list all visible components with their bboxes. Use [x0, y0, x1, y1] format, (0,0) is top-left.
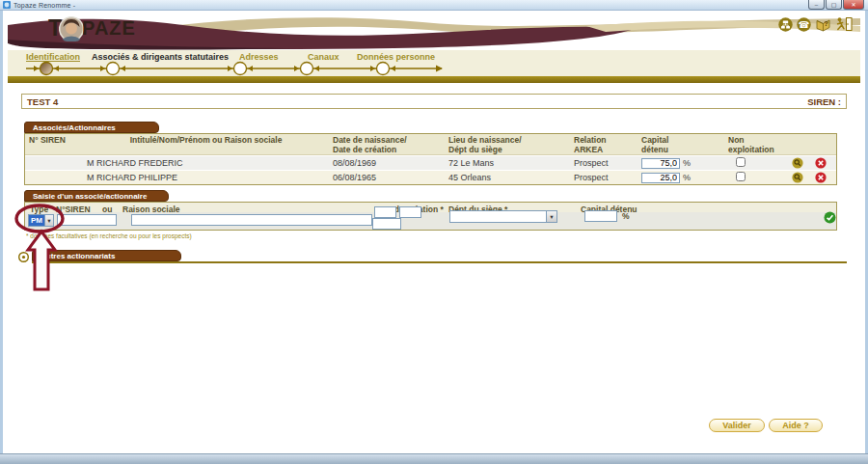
page-title: TEST 4	[27, 96, 58, 107]
cell-date: 08/08/1969	[329, 158, 445, 168]
percent-label: %	[683, 173, 691, 182]
cell-name: M RICHARD FREDERIC	[83, 158, 329, 168]
company-label: Raison sociale	[122, 205, 180, 214]
maximize-button[interactable]: ▢	[826, 0, 842, 10]
section-associes-actionnaires: Associés/Actionnaires	[24, 122, 159, 133]
non-exploitation-checkbox[interactable]	[736, 172, 746, 181]
cell-place: 72 Le Mans	[445, 158, 570, 168]
col-birthplace: Lieu de naissance/ Dépt du siège	[445, 136, 570, 154]
cell-date: 06/08/1965	[329, 173, 445, 182]
siren-input[interactable]	[57, 214, 117, 226]
minimize-button[interactable]: ‒	[808, 0, 825, 10]
cell-relation: Prospect	[570, 158, 637, 168]
entry-capital-input[interactable]	[584, 210, 617, 222]
date-day-input[interactable]	[374, 206, 396, 218]
section-title: Autres actionnariats	[41, 252, 115, 260]
delete-icon[interactable]	[815, 157, 827, 169]
cell-name: M RICHARD PHILIPPE	[83, 173, 329, 182]
col-birthdate: Date de naissance/ Date de création	[329, 136, 445, 154]
expand-toggle-icon[interactable]	[18, 252, 29, 262]
step-circle-associes	[107, 63, 120, 75]
divider-bar	[8, 76, 860, 83]
type-select-value: PM	[29, 215, 44, 226]
step-circle-adresses	[234, 63, 247, 75]
window-icon	[3, 1, 11, 9]
confirm-icon[interactable]	[824, 211, 836, 224]
step-progress-track	[8, 50, 860, 76]
step-circle-canaux	[301, 63, 313, 75]
type-select[interactable]: PM ▼	[28, 214, 54, 227]
table-header-row: N° SIREN Intitulé/Nom/Prénom ou Raison s…	[25, 134, 836, 155]
record-bar: TEST 4 SIREN :	[21, 94, 847, 109]
percent-label: %	[683, 158, 691, 168]
window-statusbar	[0, 453, 868, 464]
entry-form: Type N°SIREN ou Raison sociale Date de c…	[24, 202, 837, 231]
svg-text:☎: ☎	[799, 18, 810, 29]
contacts-icon[interactable]	[778, 17, 793, 32]
siren-label: N°SIREN	[56, 205, 91, 214]
cell-place: 45 Orleans	[445, 173, 570, 182]
magnifier-icon[interactable]	[792, 157, 803, 169]
phone-icon[interactable]: ☎	[797, 17, 811, 32]
section-saisie-associe: Saisie d'un associé/actionnaire	[24, 190, 169, 202]
date-month-input[interactable]	[399, 206, 421, 218]
magnifier-icon[interactable]	[792, 172, 803, 183]
col-relation: Relation ARKEA	[570, 136, 637, 154]
window-titlebar: Topaze Renomme -	[0, 0, 868, 11]
chevron-down-icon: ▼	[44, 215, 53, 226]
type-label: Type	[30, 205, 48, 214]
app-banner: T PAZE ☎ ?	[8, 14, 860, 50]
help-book-icon[interactable]: ?	[815, 17, 831, 32]
topaze-logo: T PAZE	[48, 15, 136, 41]
step-navigation: Identification Associés & dirigeants sta…	[8, 50, 860, 76]
close-button[interactable]: ✕	[843, 0, 864, 10]
window-border-left	[0, 11, 3, 453]
exit-icon[interactable]	[835, 16, 853, 32]
step-circle-donnees	[377, 63, 390, 75]
entry-percent-label: %	[622, 211, 630, 221]
step-circle-identification	[41, 63, 53, 75]
col-non-exploitation: Non exploitation	[724, 136, 780, 154]
capital-input[interactable]	[641, 173, 680, 183]
company-input[interactable]	[131, 214, 372, 226]
delete-icon[interactable]	[815, 172, 827, 183]
svg-text:?: ?	[824, 19, 828, 28]
aide-button[interactable]: Aide ?	[769, 419, 823, 432]
logo-letters-paze: PAZE	[82, 17, 136, 40]
cell-relation: Prospect	[570, 173, 637, 182]
application-window: Topaze Renomme - ‒ ▢ ✕ T PAZE	[0, 0, 868, 464]
capital-input[interactable]	[641, 158, 680, 169]
dept-select[interactable]: ▼	[449, 210, 557, 223]
section-title: Saisie d'un associé/actionnaire	[33, 192, 147, 201]
valider-button[interactable]: Valider	[709, 419, 765, 432]
footnote: * données facultatives (en recherche ou …	[26, 232, 192, 239]
col-name: Intitulé/Nom/Prénom ou Raison sociale	[83, 136, 329, 146]
section-divider	[32, 261, 847, 263]
logo-avatar	[59, 16, 84, 41]
associates-table: N° SIREN Intitulé/Nom/Prénom ou Raison s…	[24, 133, 837, 185]
table-row: M RICHARD FREDERIC 08/08/1969 72 Le Mans…	[25, 155, 836, 170]
section-title: Associés/Actionnaires	[33, 123, 116, 132]
dept-select-value	[450, 211, 546, 222]
table-row: M RICHARD PHILIPPE 06/08/1965 45 Orleans…	[25, 170, 836, 184]
window-title: Topaze Renomme -	[14, 2, 75, 9]
siren-label: SIREN :	[807, 96, 841, 107]
non-exploitation-checkbox[interactable]	[736, 157, 746, 167]
col-capital: Capital détenu	[637, 136, 724, 154]
section-autres-actionnariats[interactable]: Autres actionnariats	[32, 250, 181, 261]
date-year-input[interactable]	[372, 218, 401, 230]
or-label: ou	[102, 205, 112, 214]
chevron-down-icon: ▼	[546, 211, 556, 222]
col-siren: N° SIREN	[25, 136, 83, 146]
